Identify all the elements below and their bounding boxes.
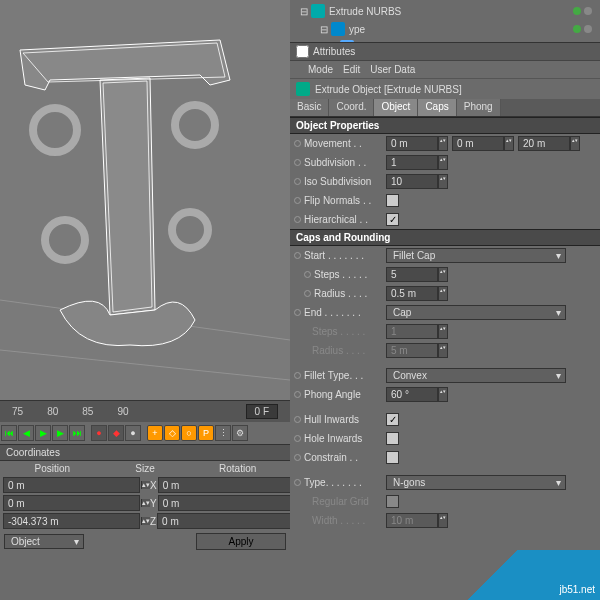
width-input: [386, 513, 438, 528]
tree-item-extrude[interactable]: ⊟ Extrude NURBS: [292, 2, 598, 20]
flip-normals-checkbox[interactable]: [386, 194, 399, 207]
spline-icon: [331, 22, 345, 36]
phong-angle-input[interactable]: [386, 387, 438, 402]
key-button[interactable]: ●: [125, 425, 141, 441]
steps-input[interactable]: [386, 267, 438, 282]
steps-label: Steps . . . . .: [314, 269, 367, 280]
menu-edit[interactable]: Edit: [343, 64, 360, 75]
regular-grid-checkbox: [386, 495, 399, 508]
apply-button[interactable]: Apply: [196, 533, 286, 550]
attr-menu: Mode Edit User Data: [290, 61, 600, 79]
render-dot-icon[interactable]: [584, 25, 592, 33]
caps-header: Caps and Rounding: [290, 229, 600, 246]
frame-display[interactable]: 0 F: [246, 404, 278, 419]
scale-key-button[interactable]: ◇: [164, 425, 180, 441]
x-label: X: [150, 480, 157, 491]
options-button[interactable]: ⋮: [215, 425, 231, 441]
tab-caps[interactable]: Caps: [418, 99, 456, 116]
timeline-mark: 90: [117, 406, 128, 417]
goto-start-button[interactable]: ⏮: [1, 425, 17, 441]
object-props-header: Object Properties: [290, 117, 600, 134]
play-back-button[interactable]: ▶: [35, 425, 51, 441]
tab-basic[interactable]: Basic: [290, 99, 329, 116]
y-label: Y: [150, 498, 157, 509]
timeline[interactable]: 75 80 85 90 0 F: [0, 400, 290, 422]
coordinates-title: Coordinates: [0, 444, 290, 461]
tab-coord[interactable]: Coord.: [329, 99, 374, 116]
timeline-mark: 75: [12, 406, 23, 417]
fillet-type-dropdown[interactable]: Convex: [386, 368, 566, 383]
param-key-button[interactable]: P: [198, 425, 214, 441]
end-radius-input: [386, 343, 438, 358]
flip-normals-label: Flip Normals . .: [304, 195, 371, 206]
coordinates-panel: Coordinates Position Size Rotation ▴▾ X …: [0, 444, 290, 553]
pos-key-button[interactable]: +: [147, 425, 163, 441]
play-button[interactable]: ▶: [52, 425, 68, 441]
end-label: End . . . . . . .: [304, 307, 361, 318]
movement-x-input[interactable]: [386, 136, 438, 151]
start-dropdown[interactable]: Fillet Cap: [386, 248, 566, 263]
movement-y-input[interactable]: [452, 136, 504, 151]
settings-button[interactable]: ⚙: [232, 425, 248, 441]
tab-object[interactable]: Object: [374, 99, 418, 116]
end-steps-input: [386, 324, 438, 339]
hole-inwards-label: Hole Inwards: [304, 433, 362, 444]
constrain-checkbox[interactable]: [386, 451, 399, 464]
timeline-mark: 80: [47, 406, 58, 417]
vis-dot-icon[interactable]: [573, 25, 581, 33]
end-radius-label: Radius . . . .: [312, 345, 365, 356]
next-frame-button[interactable]: ⏭: [69, 425, 85, 441]
render-dot-icon[interactable]: [584, 7, 592, 15]
extrude-icon: [311, 4, 325, 18]
rot-key-button[interactable]: ○: [181, 425, 197, 441]
rotation-header: Rotation: [191, 463, 284, 474]
attr-toggle[interactable]: [296, 45, 309, 58]
start-label: Start . . . . . . .: [304, 250, 364, 261]
extrude-obj-icon: [296, 82, 310, 96]
size-x-input[interactable]: [158, 477, 295, 493]
iso-subdivision-input[interactable]: [386, 174, 438, 189]
viewport-render: [0, 0, 290, 400]
object-tree[interactable]: ⊟ Extrude NURBS ⊟ ype Path 15: [290, 0, 600, 42]
attributes-header: Attributes: [290, 42, 600, 61]
iso-subdivision-label: Iso Subdivision: [304, 176, 371, 187]
tree-item-ype[interactable]: ⊟ ype: [292, 20, 598, 38]
pos-x-input[interactable]: [3, 477, 140, 493]
autokey-button[interactable]: ◆: [108, 425, 124, 441]
size-header: Size: [99, 463, 192, 474]
hierarchical-checkbox[interactable]: ✓: [386, 213, 399, 226]
playback-controls: ⏮ ◀ ▶ ▶ ⏭ ● ◆ ● + ◇ ○ P ⋮ ⚙: [0, 422, 290, 444]
tab-phong[interactable]: Phong: [457, 99, 501, 116]
regular-grid-label: Regular Grid: [312, 496, 369, 507]
end-steps-label: Steps . . . . .: [312, 326, 365, 337]
hull-inwards-label: Hull Inwards: [304, 414, 359, 425]
radius-label: Radius . . . .: [314, 288, 367, 299]
menu-userdata[interactable]: User Data: [370, 64, 415, 75]
end-dropdown[interactable]: Cap: [386, 305, 566, 320]
timeline-mark: 85: [82, 406, 93, 417]
hierarchical-label: Hierarchical . .: [304, 214, 368, 225]
constrain-label: Constrain . .: [304, 452, 358, 463]
record-button[interactable]: ●: [91, 425, 107, 441]
type-dropdown[interactable]: N-gons: [386, 475, 566, 490]
movement-z-input[interactable]: [518, 136, 570, 151]
pos-z-input[interactable]: [3, 513, 140, 529]
hull-inwards-checkbox[interactable]: ✓: [386, 413, 399, 426]
type-label: Type. . . . . . .: [304, 477, 362, 488]
subdivision-input[interactable]: [386, 155, 438, 170]
attributes-panel: Attributes Mode Edit User Data Extrude O…: [290, 42, 600, 530]
hole-inwards-checkbox[interactable]: [386, 432, 399, 445]
width-label: Width . . . . .: [312, 515, 365, 526]
size-y-input[interactable]: [158, 495, 295, 511]
attr-tabs: Basic Coord. Object Caps Phong: [290, 99, 600, 117]
pos-y-input[interactable]: [3, 495, 140, 511]
watermark: jb51.net: [460, 550, 600, 600]
object-title-row: Extrude Object [Extrude NURBS]: [290, 79, 600, 99]
prev-frame-button[interactable]: ◀: [18, 425, 34, 441]
viewport[interactable]: [0, 0, 290, 400]
vis-dot-icon[interactable]: [573, 7, 581, 15]
size-z-input[interactable]: [157, 513, 294, 529]
coord-mode-dropdown[interactable]: Object: [4, 534, 84, 549]
menu-mode[interactable]: Mode: [308, 64, 333, 75]
radius-input[interactable]: [386, 286, 438, 301]
